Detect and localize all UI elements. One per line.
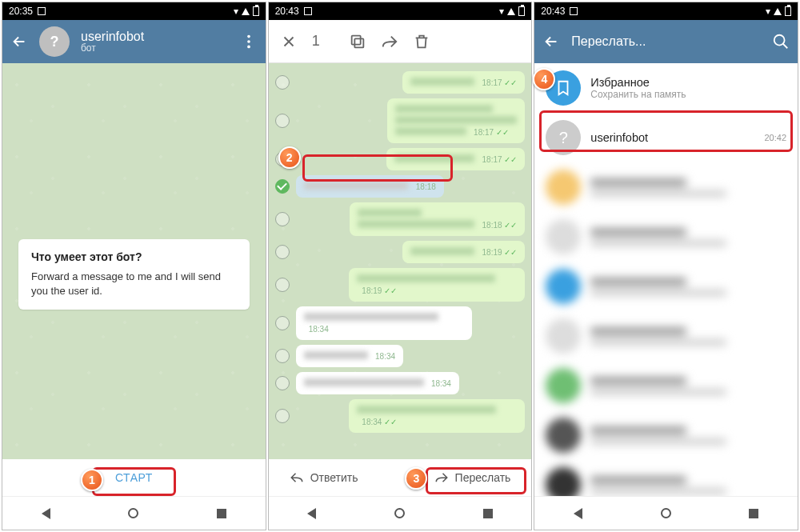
outgoing-message[interactable]: 18:34 ✓✓ [349,399,525,433]
incoming-message[interactable]: 18:18 [296,175,444,198]
message-row[interactable]: 18:19 ✓✓ [275,241,526,263]
incoming-message[interactable]: 18:34 [296,345,403,367]
message-row[interactable]: 18:19 ✓✓ [275,268,526,302]
signal-icon [507,8,515,15]
select-checkbox[interactable] [275,245,290,259]
callout-1: 1 [81,469,103,491]
forward-target-saved[interactable]: ИзбранноеСохранить на память [534,63,798,113]
status-time: 20:43 [275,6,299,17]
more-vert-icon[interactable] [240,33,258,50]
select-checkbox[interactable] [275,278,290,292]
forward-header: Переслать... [534,20,798,63]
battery-icon [253,6,259,16]
nav-back-icon[interactable] [574,508,582,519]
message-row[interactable]: 18:34 [275,345,526,367]
message-row[interactable]: 18:34 ✓✓ [275,399,526,433]
forward-target-blurred[interactable] [534,262,798,311]
message-time: 18:34 [431,379,451,388]
status-time: 20:35 [9,6,33,17]
chat-subtitle: бот [81,42,144,54]
bot-info-heading: Что умеет этот бот? [31,250,237,263]
message-row[interactable]: 18:34 [275,372,526,394]
message-row[interactable]: 18:18 [275,175,526,198]
forward-target-blurred[interactable] [534,212,798,262]
contact-name: Избранное [590,76,777,89]
android-navbar [2,496,266,530]
contact-avatar [546,318,581,354]
start-bar: СТАРТ 1 [2,459,266,496]
outgoing-message[interactable]: 18:18 ✓✓ [350,202,526,236]
read-ticks-icon: ✓✓ [502,248,518,257]
delete-icon[interactable] [413,33,430,50]
select-checkbox[interactable] [275,179,290,194]
forward-button[interactable]: Переслать [426,466,519,490]
read-ticks-icon: ✓✓ [502,78,518,87]
message-row[interactable]: 18:17 ✓✓ [275,71,526,94]
nav-back-icon[interactable] [307,508,316,519]
battery-icon [785,6,791,16]
back-arrow-icon[interactable] [542,33,560,50]
close-icon[interactable] [280,33,298,50]
svg-point-1 [247,40,250,43]
incoming-message[interactable]: 18:34 [296,372,459,394]
contact-avatar [546,170,581,205]
nav-back-icon[interactable] [42,508,50,519]
chat-body: Что умеет этот бот? Forward a message to… [2,63,266,459]
bot-info-text: Forward a message to me and I will send … [31,270,237,298]
message-time: 18:19 [482,248,502,257]
signal-icon [242,8,250,15]
bot-avatar[interactable]: ? [39,26,70,57]
select-checkbox[interactable] [275,376,290,390]
chat-header[interactable]: ? userinfobot бот [2,20,266,63]
outgoing-message[interactable]: 18:17 ✓✓ [402,71,525,94]
message-time: 18:34 [309,325,329,334]
contact-preview: Сохранить на память [590,89,777,100]
nav-home-icon[interactable] [661,508,671,518]
outgoing-message[interactable]: 18:17 ✓✓ [386,148,525,170]
search-icon[interactable] [772,33,790,50]
contact-time: 20:42 [764,133,786,142]
nav-recent-icon[interactable] [217,509,226,518]
forward-icon[interactable] [381,33,398,50]
select-checkbox[interactable] [275,316,290,330]
select-checkbox[interactable] [275,212,290,226]
outgoing-message[interactable]: 18:17 ✓✓ [387,98,526,143]
svg-point-2 [247,46,250,49]
reply-label: Ответить [310,471,358,484]
message-time: 18:34 [362,418,382,426]
chat-messages[interactable]: 18:17 ✓✓ 18:17 ✓✓ 18:17 ✓✓ 18:18 18:18 ✓… [269,63,532,459]
outgoing-message[interactable]: 18:19 ✓✓ [402,241,525,263]
copy-icon[interactable] [349,33,366,50]
message-row[interactable]: 18:18 ✓✓ [275,202,526,236]
nav-recent-icon[interactable] [483,509,493,518]
contact-avatar: ? [546,120,581,155]
forward-list[interactable]: ИзбранноеСохранить на память?userinfobot… [534,63,798,496]
nav-home-icon[interactable] [394,508,405,518]
select-checkbox[interactable] [275,114,290,128]
select-checkbox[interactable] [275,409,290,423]
forward-target-blurred[interactable] [534,361,798,410]
incoming-message[interactable]: 18:34 [296,306,472,340]
forward-target-blurred[interactable] [534,410,798,460]
svg-rect-4 [351,35,360,44]
back-arrow-icon[interactable] [10,33,28,50]
contact-name: userinfobot [590,131,754,144]
select-checkbox[interactable] [275,349,290,363]
message-row[interactable]: 18:34 [275,306,526,340]
forward-target-blurred[interactable] [534,311,798,361]
select-checkbox[interactable] [275,75,290,90]
reply-button[interactable]: Ответить [282,466,366,490]
svg-rect-3 [354,38,363,47]
message-row[interactable]: 18:17 ✓✓ [275,98,526,143]
forward-target-blurred[interactable] [534,162,798,212]
nav-home-icon[interactable] [128,508,138,518]
start-button[interactable]: СТАРТ [91,465,177,490]
forward-target-blurred[interactable] [534,460,798,496]
nav-recent-icon[interactable] [749,509,758,518]
message-row[interactable]: 18:17 ✓✓ [275,148,526,170]
reply-icon [290,470,304,485]
outgoing-message[interactable]: 18:19 ✓✓ [349,268,525,302]
wifi-icon: ▾ [766,6,770,17]
forward-target-userinfobot[interactable]: ?userinfobot20:42 [534,113,798,162]
status-time: 20:43 [541,6,565,17]
